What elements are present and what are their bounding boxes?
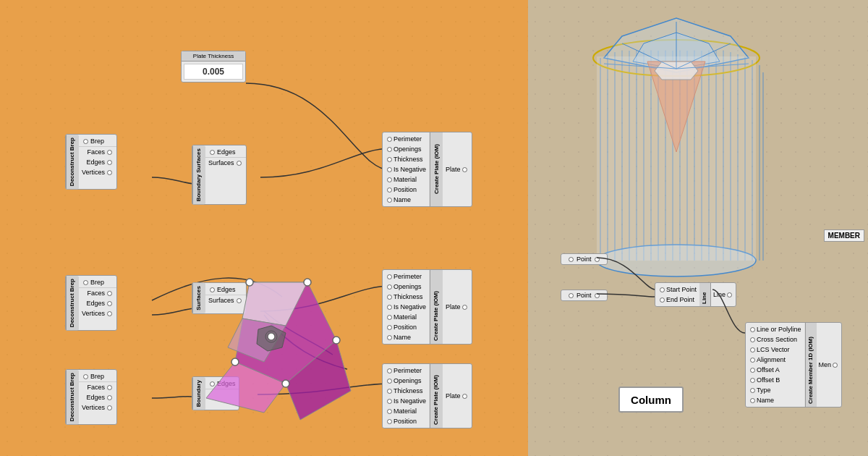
bs3-edges-dot: [210, 381, 215, 387]
db1-brep-input: Brep: [79, 136, 116, 146]
cp2-perimeter-dot: [387, 274, 392, 279]
line-output-dot: [727, 292, 732, 297]
line-start-point: Start Point: [655, 284, 699, 295]
cp2-name: Name: [383, 332, 429, 342]
cp2-title: Create Plate (IOM): [430, 270, 443, 344]
cp3-position-label: Position: [393, 418, 417, 425]
svg-marker-4: [228, 318, 286, 362]
cp2-material-dot: [387, 315, 392, 320]
bs3-title: Boundary: [192, 377, 205, 410]
cp3-position: Position: [383, 416, 429, 426]
line-end-point: End Point: [655, 295, 699, 305]
cp3-title: Create Plate (IOM): [430, 364, 443, 428]
bs1-surfaces-label: Surfaces: [208, 159, 234, 166]
db2-brep-dot: [83, 280, 88, 285]
cp2-output: Plate: [443, 270, 472, 344]
cp3-thickness-label: Thickness: [393, 387, 423, 394]
cm-align: Alignment: [746, 355, 804, 365]
cp3-inputs: Perimeter Openings Thickness Is Negative…: [383, 364, 430, 428]
cp2-thickness: Thickness: [383, 292, 429, 302]
cp2-plate-label: Plate: [446, 303, 461, 311]
point-node-1: Point: [561, 253, 608, 265]
plate-thickness-node: Plate Thickness 0.005: [181, 51, 246, 83]
cp2-openings-dot: [387, 284, 392, 290]
db1-vertices-dot: [107, 170, 112, 175]
cm-align-label: Alignment: [757, 356, 786, 363]
cp1-plate-label: Plate: [446, 166, 461, 173]
cm-name-dot: [750, 398, 755, 403]
point1-label: Point: [576, 256, 592, 263]
create-member-1d: Line or Polyline Cross Section LCS Vecto…: [745, 322, 842, 408]
bs2-edges-label: Edges: [217, 286, 236, 293]
cp3-openings-dot: [387, 379, 392, 384]
line-inputs: Start Point End Point: [655, 283, 699, 306]
cp2-name-dot: [387, 335, 392, 340]
svg-point-6: [246, 279, 253, 286]
line-output: Line: [711, 283, 736, 306]
cp1-position-dot: [387, 187, 392, 193]
db3-brep-input: Brep: [79, 371, 116, 381]
cp3-thickness: Thickness: [383, 386, 429, 396]
node-graph[interactable]: Plate Thickness 0.005 Deconstruct Brep B…: [0, 0, 528, 456]
point-node-2: Point: [561, 290, 608, 301]
boundary-3: Boundary Edges: [192, 376, 239, 410]
bs3-edges-label: Edges: [217, 380, 236, 387]
db1-vertices-output: Vertices: [79, 167, 116, 177]
db1-brep-label: Brep: [90, 138, 104, 145]
cp3-isneg: Is Negative: [383, 396, 429, 406]
cp2-perimeter: Perimeter: [383, 271, 429, 282]
cp1-material: Material: [383, 174, 429, 185]
cp2-position-label: Position: [393, 324, 417, 331]
bs1-edges-label: Edges: [217, 148, 236, 156]
cm-cross-label: Cross Section: [757, 336, 797, 343]
cp1-perimeter-label: Perimeter: [393, 135, 422, 143]
bs2-surfaces-label: Surfaces: [208, 297, 234, 304]
cm-align-dot: [750, 358, 755, 363]
line-start-label: Start Point: [666, 286, 697, 293]
db2-vertices-output: Vertices: [79, 308, 116, 318]
cp2-thickness-label: Thickness: [393, 293, 423, 300]
db1-faces-label: Faces: [88, 148, 106, 156]
cp2-material: Material: [383, 312, 429, 322]
db1-edges-label: Edges: [86, 159, 105, 166]
cp2-position-dot: [387, 325, 392, 330]
plate-thickness-value[interactable]: 0.005: [184, 64, 243, 80]
cp3-position-dot: [387, 419, 392, 424]
db3-edges-dot: [107, 395, 112, 400]
cm-offseta: Offset A: [746, 365, 804, 375]
point2-label: Point: [576, 292, 592, 299]
column-label: Column: [618, 387, 684, 413]
create-plate-3: Perimeter Openings Thickness Is Negative…: [382, 363, 472, 428]
db3-vertices-dot: [107, 405, 112, 410]
plate-thickness-title: Plate Thickness: [182, 51, 245, 62]
bs1-ports: Edges Surfaces: [205, 145, 246, 204]
cm-type: Type: [746, 385, 804, 395]
cp3-perimeter-label: Perimeter: [393, 367, 422, 374]
bs2-edges-dot: [210, 287, 215, 292]
cp3-perimeter-dot: [387, 368, 392, 373]
cp1-isneg-dot: [387, 167, 392, 172]
cm-lcs: LCS Vector: [746, 345, 804, 355]
point1-input-dot: [569, 257, 574, 262]
bs1-surfaces-output: Surfaces: [205, 158, 246, 168]
bs2-edges-input: Edges: [205, 284, 246, 295]
cp3-openings-label: Openings: [393, 377, 422, 384]
cp2-plate-dot: [462, 305, 467, 310]
cp2-perimeter-label: Perimeter: [393, 273, 422, 280]
db2-brep-input: Brep: [79, 277, 116, 287]
cp3-thickness-dot: [387, 389, 392, 394]
bs2-title: Surfaces: [192, 283, 205, 313]
cp2-openings-label: Openings: [393, 283, 422, 290]
cp1-isneg: Is Negative: [383, 164, 429, 174]
cp1-thickness-label: Thickness: [393, 156, 423, 163]
bs3-ports: Edges: [205, 377, 239, 410]
cm-offseta-label: Offset A: [757, 366, 780, 373]
cm-offsetb-dot: [750, 378, 755, 383]
bs3-spacer: [205, 389, 239, 397]
point2-input-dot: [569, 293, 574, 298]
svg-marker-3: [242, 282, 307, 326]
cp1-openings: Openings: [383, 144, 429, 154]
db1-edges-output: Edges: [79, 157, 116, 167]
cp2-openings: Openings: [383, 282, 429, 292]
line-output-label: Line: [713, 291, 726, 298]
